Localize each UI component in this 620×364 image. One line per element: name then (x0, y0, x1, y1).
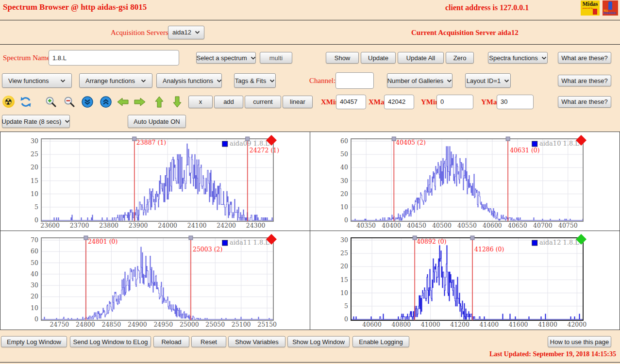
zero-button[interactable]: Zero (446, 52, 474, 64)
analysis-functions-label: Analysis functions (163, 77, 213, 84)
spectrum-chart-aida11[interactable]: 2475024800248502490024950250002505025100… (0, 231, 309, 329)
what-are-these-button-1[interactable]: What are these? (558, 52, 611, 64)
x-tick-label: 41600 (509, 321, 528, 328)
spectrum-panel-aida10[interactable]: 4035040400404504050040550406004065040700… (310, 132, 620, 231)
tags-fits-dropdown[interactable]: Tags & Fits (234, 73, 276, 88)
help-button[interactable]: How to use this page (548, 336, 611, 347)
tcl-logo-figure (608, 1, 612, 10)
arrow-right-icon[interactable] (134, 96, 146, 108)
what-are-these-button-3[interactable]: What are these? (558, 96, 611, 108)
marker-label: 41286 (0) (474, 246, 504, 253)
chevron-down-icon (269, 79, 275, 83)
tcl-powered-logo[interactable]: TCLPOWERED (603, 0, 618, 16)
spectrum-name-label: Spectrum Name: (3, 54, 52, 62)
client-address: client address is 127.0.0.1 (445, 3, 529, 12)
arrow-down-icon[interactable] (171, 96, 184, 108)
x-tick-label: 23800 (99, 222, 118, 229)
midas-logo[interactable]: Midas powered by (581, 0, 600, 16)
scroll-up-icon[interactable] (100, 96, 112, 108)
marker-handle[interactable] (413, 236, 417, 240)
zoom-out-icon[interactable] (63, 96, 76, 108)
view-functions-dropdown[interactable]: View functions (2, 73, 72, 88)
show-log-window-button[interactable]: Show Log Window (287, 336, 350, 347)
galleries-dropdown[interactable]: Number of Galleries (387, 73, 452, 88)
marker-label: 40405 (2) (396, 139, 425, 146)
acquisition-row: Acquisition Servers aida12 Current Acqui… (0, 20, 620, 44)
zoom-in-icon[interactable] (45, 96, 57, 108)
y-tick-label: 15 (340, 276, 348, 283)
x-tick-label: 40500 (432, 222, 452, 229)
spectrum-name-input[interactable] (49, 50, 179, 66)
arrow-up-icon[interactable] (153, 96, 166, 108)
spectrum-chart-aida09[interactable]: 2360023700238002390024000241002420024300… (0, 132, 309, 230)
marker-handle[interactable] (392, 137, 396, 141)
histogram-trace-aida09 (41, 144, 273, 220)
midas-logo-figure (593, 9, 597, 15)
linear-button[interactable]: linear (283, 96, 313, 108)
analysis-functions-dropdown[interactable]: Analysis functions (156, 73, 222, 88)
spectrum-chart-aida12[interactable]: 4060040800410004120041400416004180042000… (310, 231, 619, 329)
update-all-button[interactable]: Update All (398, 52, 444, 64)
empty-log-window-button[interactable]: Empty Log Window (1, 336, 67, 347)
enable-logging-button[interactable]: Enable Logging (352, 336, 409, 347)
marker-handle[interactable] (506, 137, 510, 141)
marker-handle[interactable] (84, 236, 88, 240)
marker-handle[interactable] (470, 236, 474, 240)
y-tick-label: 15 (31, 177, 38, 184)
x-tick-label: 40550 (457, 222, 477, 229)
reload-button[interactable]: Reload (153, 336, 189, 347)
auto-update-toggle[interactable]: Auto Update ON (128, 115, 186, 128)
spectrum-panel-aida11[interactable]: 2475024800248502490024950250002505025100… (0, 231, 310, 330)
marker-handle[interactable] (189, 236, 193, 240)
marker-handle[interactable] (133, 137, 136, 141)
x-tick-label: 40600 (483, 222, 502, 229)
y-tick-label: 0 (344, 216, 348, 224)
spectrum-chart-aida10[interactable]: 4035040400404504050040550406004065040700… (310, 132, 619, 230)
spectra-functions-dropdown[interactable]: Spectra functions (488, 52, 548, 64)
divider (0, 362, 620, 363)
legend-label: aida09 1.8.L (230, 140, 269, 147)
refresh-icon[interactable] (19, 96, 32, 108)
spectrum-panel-aida12[interactable]: 4060040800410004120041400416004180042000… (310, 231, 620, 330)
legend-swatch (532, 141, 537, 147)
ymin-input[interactable] (436, 95, 473, 109)
midas-logo-text: Midas (581, 1, 600, 7)
layout-id-dropdown[interactable]: Layout ID=1 (465, 73, 511, 88)
tags-fits-label: Tags & Fits (235, 77, 266, 84)
xmax-input[interactable] (384, 95, 414, 109)
arrange-functions-dropdown[interactable]: Arrange functions (79, 73, 152, 88)
send-log-to-elog-button[interactable]: Send Log Window to ELog (70, 336, 151, 347)
x-button[interactable]: x (188, 96, 213, 108)
legend-swatch (532, 240, 537, 246)
spectrum-panel-aida09[interactable]: 2360023700238002390024000241002420024300… (0, 132, 310, 231)
add-button[interactable]: add (214, 96, 243, 108)
ymax-input[interactable] (497, 95, 534, 109)
multi-button[interactable]: multi (260, 52, 292, 64)
xmin-input[interactable] (336, 95, 366, 109)
x-tick-label: 25150 (257, 321, 277, 328)
channel-input[interactable] (335, 72, 374, 89)
acquisition-server-select[interactable]: aida12 (168, 26, 204, 39)
radiation-icon[interactable]: ☢ (2, 96, 15, 108)
update-button[interactable]: Update (361, 52, 396, 64)
current-button[interactable]: current (245, 96, 281, 108)
y-tick-label: 20 (31, 293, 38, 300)
select-spectrum-dropdown[interactable]: Select a spectrum (196, 52, 256, 64)
show-button[interactable]: Show (326, 52, 359, 64)
show-variables-button[interactable]: Show Variables (228, 336, 285, 347)
update-rate-dropdown[interactable]: Update Rate (8 secs) (2, 115, 70, 128)
chevron-down-icon (541, 56, 547, 60)
legend-label: aida12 1.8.L (539, 239, 579, 246)
x-tick-label: 40400 (382, 222, 401, 229)
what-are-these-button-2[interactable]: What are these? (558, 75, 611, 86)
x-tick-label: 41200 (450, 321, 469, 328)
x-tick-label: 23600 (40, 222, 60, 229)
reset-button[interactable]: Reset (191, 336, 226, 347)
chevron-down-icon (504, 79, 509, 83)
scroll-down-icon[interactable] (81, 96, 94, 108)
tcl-logo-bottom: POWERED (603, 12, 616, 15)
chevron-down-icon (195, 31, 200, 34)
chevron-down-icon (141, 79, 146, 83)
x-tick-label: 25000 (180, 321, 199, 328)
arrow-left-icon[interactable] (117, 96, 129, 108)
